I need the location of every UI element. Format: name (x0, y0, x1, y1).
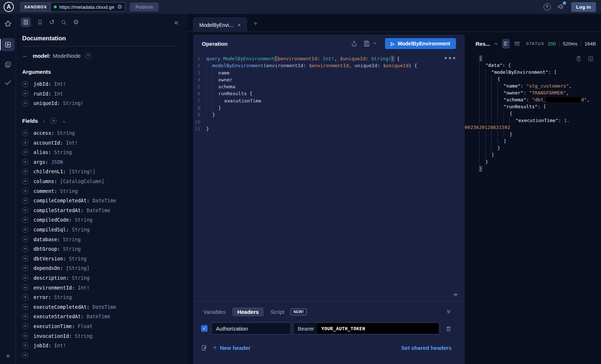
tab-headers[interactable]: Headers (232, 307, 263, 316)
field-type-link[interactable]: [String] (66, 265, 89, 271)
field-type-link[interactable]: DateTime (92, 198, 116, 203)
login-button[interactable]: Log in (571, 2, 596, 12)
explorer-settings-icon[interactable]: ⚙ (73, 19, 79, 25)
sort-fields-icon[interactable]: ↓ (43, 118, 45, 124)
field-type-link[interactable]: Int (54, 91, 63, 97)
keyboard-shortcuts-icon[interactable]: ⌨ (454, 291, 457, 298)
field-type-link[interactable]: String (72, 275, 90, 281)
close-tab-icon[interactable]: × (237, 22, 241, 28)
field-type-link[interactable]: String (69, 256, 87, 262)
collapse-docs-button[interactable]: « (174, 18, 178, 27)
add-field-button[interactable]: + (22, 323, 28, 329)
collapse-panel-button[interactable] (446, 308, 452, 315)
add-field-button[interactable]: + (22, 149, 28, 155)
auth-token-redacted[interactable]: YOUR_AUTH_TOKEN (317, 323, 438, 333)
add-fields-button[interactable]: + (51, 118, 57, 124)
field-type-link[interactable]: String (63, 246, 81, 252)
header-name-input[interactable] (211, 322, 291, 335)
save-operation-button[interactable] (363, 40, 370, 47)
add-field-button[interactable]: + (22, 227, 28, 233)
help-icon[interactable]: ? (544, 3, 551, 11)
back-arrow-icon[interactable]: ← (22, 52, 28, 59)
add-field-button[interactable]: + (22, 81, 28, 87)
copy-response-button[interactable] (576, 56, 582, 62)
endpoint-url-input[interactable] (59, 4, 115, 10)
table-view-toggle[interactable] (513, 39, 521, 49)
field-type-link[interactable]: String (72, 227, 90, 232)
add-field-button[interactable]: + (22, 139, 28, 146)
field-type-link[interactable]: String (75, 217, 93, 223)
save-options-chevron-icon[interactable] (373, 41, 377, 46)
editor-overflow-menu[interactable]: ••• (444, 55, 457, 62)
apollo-logo[interactable]: A (4, 2, 14, 12)
add-field-button[interactable]: + (22, 343, 28, 349)
tab-variables[interactable]: Variables (201, 307, 228, 316)
explorer-nav-button[interactable] (0, 38, 16, 51)
add-field-button[interactable]: + (22, 284, 28, 291)
add-field-button[interactable]: + (22, 275, 28, 281)
field-type-link[interactable]: [String!] (69, 169, 95, 174)
add-field-button[interactable]: + (22, 314, 28, 320)
operation-editor[interactable]: ••• ⌨ 1query ModelByEnvironment($environ… (193, 53, 465, 301)
connection-settings-icon[interactable]: ⚙ (117, 4, 122, 10)
add-field-button[interactable]: + (22, 265, 28, 271)
add-field-button[interactable]: + (22, 188, 28, 194)
add-field-button[interactable]: + (22, 333, 28, 339)
history-button[interactable]: ↺ (49, 19, 55, 25)
header-value-field[interactable]: Bearer YOUR_AUTH_TOKEN (293, 322, 440, 335)
field-type-link[interactable]: Int! (54, 81, 66, 87)
field-type-link[interactable]: DateTime (87, 207, 110, 213)
share-operation-button[interactable] (351, 40, 357, 47)
run-operation-button[interactable]: ▷ ModelByEnvironment (385, 38, 456, 49)
add-field-button[interactable]: + (22, 246, 28, 252)
add-field-button[interactable]: + (22, 304, 28, 310)
add-field-button[interactable]: + (22, 352, 28, 358)
field-type-link[interactable]: [CatalogColumn] (60, 178, 104, 184)
header-enabled-checkbox[interactable]: ✓ (201, 325, 208, 332)
endpoint-url-box[interactable]: ⚙ (51, 2, 125, 12)
add-field-button[interactable]: + (22, 130, 28, 136)
add-field-button[interactable]: + (22, 169, 28, 175)
operation-tab[interactable]: ModelByEnvi... × (193, 17, 247, 32)
add-field-button[interactable]: + (22, 207, 28, 213)
field-type-link[interactable]: Int! (54, 343, 66, 348)
add-field-button[interactable]: + (22, 217, 28, 223)
add-field-button[interactable]: + (22, 100, 28, 106)
new-tab-button[interactable]: + (253, 20, 258, 27)
add-field-button[interactable]: + (22, 255, 28, 262)
tab-script[interactable]: Script (268, 307, 287, 316)
add-field-button[interactable]: + (22, 198, 28, 204)
field-type-link[interactable]: String (54, 149, 72, 155)
breadcrumb-type-link[interactable]: ModelNode (53, 53, 81, 59)
add-field-button[interactable]: + (22, 90, 28, 97)
field-type-link[interactable]: String (54, 294, 72, 300)
field-type-link[interactable]: String (60, 188, 78, 194)
field-type-link[interactable]: Float (78, 323, 93, 329)
add-field-button[interactable]: + (22, 236, 28, 242)
add-field-button[interactable]: + (22, 159, 28, 165)
announcements-button[interactable] (557, 3, 565, 11)
checks-nav-button[interactable] (4, 78, 12, 88)
search-button[interactable] (61, 19, 67, 25)
field-type-link[interactable]: String (75, 333, 93, 339)
documentation-tab-button[interactable] (21, 17, 31, 27)
delete-header-button[interactable] (445, 325, 452, 332)
schema-nav-button[interactable] (4, 20, 12, 29)
field-type-link[interactable]: JSON (51, 159, 63, 165)
fields-options-chevron-icon[interactable]: ⌄ (62, 118, 66, 124)
environment-variables-button[interactable] (201, 345, 207, 351)
field-type-link[interactable]: String! (63, 100, 84, 106)
field-type-link[interactable]: Int! (66, 140, 78, 146)
field-type-link[interactable]: String (63, 236, 81, 242)
field-type-link[interactable]: Int! (78, 285, 90, 291)
field-type-link[interactable]: String (57, 130, 75, 136)
publish-button[interactable]: Publish (130, 3, 159, 12)
operation-collections-button[interactable] (4, 61, 12, 69)
expand-rail-button[interactable]: » (0, 352, 16, 360)
new-header-button[interactable]: + New header (213, 344, 251, 351)
set-shared-headers-link[interactable]: Set shared headers (401, 345, 452, 351)
saved-operations-button[interactable] (37, 19, 43, 25)
raw-view-toggle[interactable] (502, 39, 510, 49)
response-dropdown-chevron-icon[interactable] (494, 41, 498, 46)
field-type-link[interactable]: DateTime (87, 314, 110, 319)
